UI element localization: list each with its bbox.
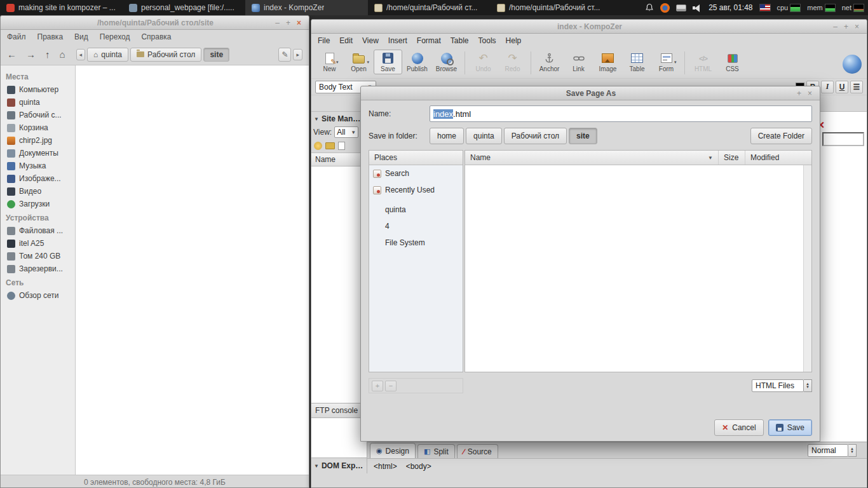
menu-tools[interactable]: Tools — [478, 36, 496, 45]
column-modified[interactable]: Modified — [745, 151, 811, 165]
view-select[interactable]: All▼ — [334, 126, 358, 138]
redo-button[interactable]: ↷Redo — [498, 50, 527, 74]
file-list-scrollbar[interactable] — [803, 165, 811, 372]
open-button[interactable]: ▾Open — [344, 50, 373, 74]
ftp-console-area[interactable] — [311, 418, 367, 458]
maximize-button[interactable]: + — [283, 18, 293, 27]
publish-button[interactable]: Publish — [403, 50, 431, 74]
dom-explorer-header[interactable]: ▼DOM Explorer — [311, 458, 367, 473]
image-button[interactable]: Image — [593, 50, 622, 74]
maximize-button[interactable]: + — [841, 22, 851, 31]
menu-help[interactable]: Справка — [141, 32, 171, 41]
sidebar-item-documents[interactable]: Документы — [1, 147, 75, 159]
save-button[interactable]: Save — [768, 419, 812, 436]
form-button[interactable]: ▾Form — [652, 50, 681, 74]
file-list-empty-area[interactable] — [465, 165, 803, 372]
site-tree-name-column[interactable]: Name — [311, 152, 367, 166]
places-item-4[interactable]: 4 — [369, 218, 463, 234]
breadcrumb-quinta[interactable]: ⌂quinta — [87, 48, 128, 62]
breadcrumb-site[interactable]: site — [203, 48, 229, 62]
menu-edit[interactable]: Edit — [339, 36, 353, 45]
new-button[interactable]: ▾New — [315, 50, 344, 74]
site-tree[interactable] — [311, 166, 367, 403]
places-item-filesystem[interactable]: File System — [369, 234, 463, 251]
sidebar-item-reserved[interactable]: Зарезерви... — [1, 262, 75, 275]
cpu-monitor[interactable]: cpu — [777, 4, 801, 12]
status-tag-body[interactable]: <body> — [406, 462, 431, 471]
status-tag-html[interactable]: <html> — [374, 462, 397, 471]
menu-file[interactable]: Файл — [7, 32, 26, 41]
site-manager-connect-icon[interactable] — [314, 142, 322, 150]
site-manager-header[interactable]: ▼Site Manager — [311, 112, 367, 125]
path-scroll-right-button[interactable]: ▸ — [293, 49, 302, 60]
places-column-header[interactable]: Places — [369, 151, 463, 165]
anchor-button[interactable]: Anchor — [535, 50, 564, 74]
column-name[interactable]: Name▼ — [465, 151, 719, 165]
dialog-titlebar[interactable]: Save Page As + × — [361, 86, 820, 100]
menu-format[interactable]: Format — [417, 36, 441, 45]
sidebar-item-computer[interactable]: Компьютер — [1, 83, 75, 96]
undo-button[interactable]: ↶Undo — [469, 50, 498, 74]
maximize-button[interactable]: + — [794, 89, 804, 98]
kz-titlebar[interactable]: index - KompoZer – + × — [311, 20, 867, 34]
sidebar-item-downloads[interactable]: Загрузки — [1, 198, 75, 210]
column-size[interactable]: Size — [719, 151, 745, 165]
css-button[interactable]: CSS — [718, 50, 747, 74]
remove-bookmark-button[interactable]: − — [385, 381, 397, 391]
clock[interactable]: 25 авг, 01:48 — [709, 3, 752, 12]
taskbar-item-webpage[interactable]: personal_webpage [file:/..... — [123, 0, 245, 15]
file-type-spinner[interactable]: ▲▼ — [804, 379, 812, 392]
menu-edit[interactable]: Правка — [37, 32, 64, 41]
filename-input[interactable]: index.html — [430, 105, 812, 122]
site-manager-folder-icon[interactable] — [325, 142, 335, 149]
sidebar-item-music[interactable]: Музыка — [1, 159, 75, 172]
italic-button[interactable]: I — [821, 81, 834, 93]
menu-view[interactable]: Вид — [74, 32, 88, 41]
sidebar-item-trash[interactable]: Корзина — [1, 121, 75, 134]
firefox-icon[interactable] — [660, 3, 670, 13]
places-item-search[interactable]: Search — [369, 165, 463, 182]
edit-path-icon[interactable]: ✎ — [278, 48, 291, 62]
sidebar-item-filesystem[interactable]: Файловая ... — [1, 224, 75, 237]
sidebar-item-network-browse[interactable]: Обзор сети — [1, 289, 75, 302]
mem-monitor[interactable]: mem — [807, 4, 835, 12]
table-button[interactable]: Table — [623, 50, 651, 74]
save-button[interactable]: Save — [374, 50, 402, 74]
list-button[interactable]: ☰ — [850, 81, 863, 93]
places-item-recent[interactable]: Recently Used — [369, 182, 463, 198]
close-button[interactable]: × — [294, 18, 304, 27]
sidebar-item-videos[interactable]: Видео — [1, 185, 75, 198]
menu-table[interactable]: Table — [451, 36, 469, 45]
site-manager-page-icon[interactable] — [338, 142, 345, 150]
menu-go[interactable]: Переход — [100, 32, 130, 41]
page-form-text-input[interactable] — [822, 132, 864, 146]
taskbar-item-kompozer[interactable]: index - KompoZer — [245, 0, 368, 15]
keyboard-layout-flag-us[interactable] — [759, 4, 771, 11]
sidebar-item-home[interactable]: quinta — [1, 96, 75, 109]
back-icon[interactable]: ← — [7, 49, 17, 60]
html-button[interactable]: </>HTML — [689, 50, 717, 74]
menu-file[interactable]: File — [318, 36, 330, 45]
keyboard-icon[interactable] — [676, 4, 686, 11]
taskbar-item-browser[interactable]: making site in kompozer – ... — [0, 0, 123, 15]
sidebar-item-desktop[interactable]: Рабочий с... — [1, 109, 75, 121]
cancel-button[interactable]: ✕Cancel — [714, 419, 763, 436]
volume-icon[interactable] — [693, 4, 702, 12]
close-button[interactable]: × — [805, 89, 815, 98]
taskbar-item-folder-1[interactable]: /home/quinta/Рабочий ст... — [368, 0, 491, 15]
forward-icon[interactable]: → — [26, 49, 36, 60]
tab-design[interactable]: ◉Design — [370, 443, 416, 458]
menu-help[interactable]: Help — [506, 36, 522, 45]
up-icon[interactable]: ↑ — [45, 49, 50, 60]
places-item-quinta[interactable]: quinta — [369, 201, 463, 218]
zoom-spinner[interactable]: ▲▼ — [848, 444, 857, 457]
path-button-site[interactable]: site — [569, 128, 597, 144]
menu-view[interactable]: View — [362, 36, 379, 45]
home-icon[interactable]: ⌂ — [60, 49, 65, 60]
path-button-desktop[interactable]: Рабочий стол — [504, 128, 567, 144]
ftp-console-bar[interactable]: FTP console — [311, 403, 367, 418]
notifications-icon[interactable] — [645, 3, 654, 12]
minimize-button[interactable]: – — [831, 22, 840, 31]
sidebar-item-volume[interactable]: Том 240 GB — [1, 250, 75, 262]
net-monitor[interactable]: net — [842, 4, 864, 12]
